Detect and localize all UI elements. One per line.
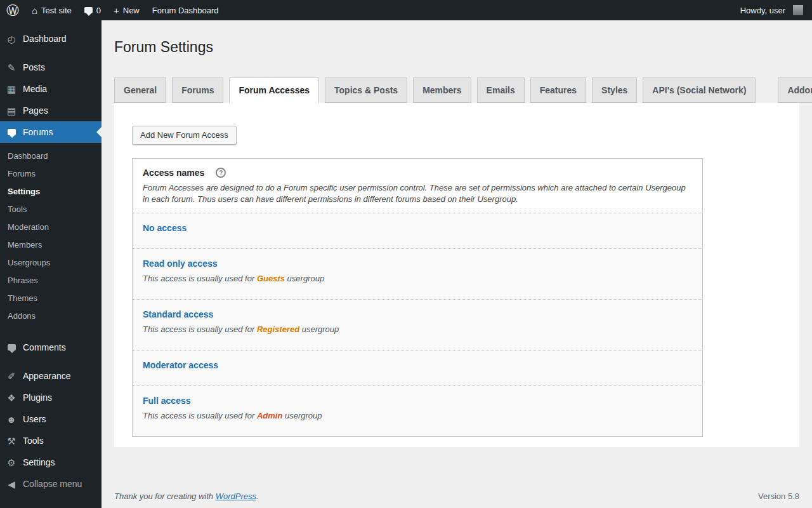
admin-sidebar: ◴ Dashboard ✎ Posts ▦ Media ▤ Pages Foru…	[0, 20, 102, 508]
access-row-standard: Standard access This access is usually u…	[133, 299, 702, 350]
sidebar-item-label: Tools	[23, 436, 44, 446]
menu-separator	[0, 330, 102, 337]
submenu-item-members[interactable]: Members	[0, 236, 102, 253]
sidebar-item-label: Collapse menu	[23, 479, 82, 489]
comments-count: 0	[96, 6, 101, 15]
site-name-label: Test site	[41, 6, 72, 15]
sidebar-item-posts[interactable]: ✎ Posts	[0, 57, 102, 78]
sidebar-item-tools[interactable]: ⚒ Tools	[0, 430, 102, 451]
howdy-user-link[interactable]: Howdy, user	[734, 0, 792, 20]
sidebar-item-appearance[interactable]: ✐ Appearance	[0, 365, 102, 387]
access-row-full: Full access This access is usually used …	[133, 385, 702, 436]
settings-icon: ⚙	[5, 458, 18, 467]
desc-prefix: This access is usually used for	[143, 324, 257, 334]
tab-emails[interactable]: Emails	[477, 77, 525, 103]
comments-bubble-icon	[84, 7, 93, 13]
avatar[interactable]	[793, 5, 803, 15]
tab-addons[interactable]: Addons	[778, 77, 812, 103]
tools-icon: ⚒	[5, 436, 18, 446]
new-content-link[interactable]: + New	[107, 0, 146, 20]
sidebar-item-label: Pages	[23, 105, 48, 116]
access-name-link[interactable]: Read only access	[143, 258, 218, 269]
menu-separator	[0, 50, 102, 57]
access-row-description: This access is usually used for Guests u…	[143, 273, 692, 284]
sidebar-item-dashboard[interactable]: ◴ Dashboard	[0, 28, 102, 50]
sidebar-item-media[interactable]: ▦ Media	[0, 78, 102, 100]
help-icon[interactable]: ?	[216, 168, 226, 178]
tab-styles[interactable]: Styles	[592, 77, 637, 103]
sidebar-item-plugins[interactable]: ❖ Plugins	[0, 387, 102, 408]
media-icon: ▦	[5, 84, 18, 94]
access-table: Access names ? Forum Accesses are design…	[132, 158, 703, 437]
usergroup-name: Admin	[257, 411, 282, 420]
sidebar-item-forums[interactable]: Forums	[0, 121, 102, 143]
site-name-link[interactable]: ⌂ Test site	[25, 0, 78, 20]
submenu-item-tools[interactable]: Tools	[0, 200, 102, 218]
forums-icon	[5, 129, 18, 135]
submenu-item-phrases[interactable]: Phrases	[0, 271, 102, 289]
menu-separator	[0, 358, 102, 365]
access-row-read-only: Read only access This access is usually …	[133, 248, 702, 299]
footer-version: Version 5.8	[758, 491, 799, 501]
access-name-link[interactable]: Standard access	[143, 309, 213, 319]
sidebar-item-label: Plugins	[23, 392, 52, 403]
collapse-icon: ◀	[5, 479, 18, 489]
sidebar-item-label: Appearance	[23, 371, 71, 381]
admin-footer: Thank you for creating with WordPress. V…	[114, 491, 799, 508]
speech-bubble-shape	[8, 129, 16, 135]
thanks-prefix: Thank you for creating with	[114, 491, 216, 501]
tab-forum-accesses[interactable]: Forum Accesses	[229, 77, 319, 103]
sidebar-item-settings[interactable]: ⚙ Settings	[0, 451, 102, 473]
sidebar-item-label: Settings	[23, 457, 55, 467]
sidebar-item-comments[interactable]: Comments	[0, 337, 102, 358]
comments-icon	[5, 344, 18, 351]
topbar-right: Howdy, user	[734, 0, 812, 20]
add-new-forum-access-button[interactable]: Add New Forum Access	[132, 126, 237, 145]
sidebar-item-users[interactable]: ☻ Users	[0, 408, 102, 430]
tab-general[interactable]: General	[114, 77, 166, 103]
desc-prefix: This access is usually used for	[143, 411, 257, 420]
submenu-item-moderation[interactable]: Moderation	[0, 218, 102, 236]
access-table-description: Forum Accesses are designed to do a Foru…	[143, 182, 692, 205]
wordpress-link[interactable]: WordPress	[216, 491, 256, 501]
submenu-item-themes[interactable]: Themes	[0, 289, 102, 307]
access-row-no-access: No access	[133, 213, 702, 248]
posts-icon: ✎	[5, 63, 18, 72]
tab-apis[interactable]: API's (Social Network)	[643, 77, 756, 103]
submenu-item-dashboard[interactable]: Dashboard	[0, 147, 102, 164]
tab-forums[interactable]: Forums	[172, 77, 223, 103]
sidebar-item-pages[interactable]: ▤ Pages	[0, 100, 102, 121]
submenu-item-settings[interactable]: Settings	[0, 182, 102, 200]
footer-thanks: Thank you for creating with WordPress.	[114, 491, 259, 501]
access-name-link[interactable]: No access	[143, 223, 187, 233]
page-title: Forum Settings	[114, 38, 799, 57]
tab-features[interactable]: Features	[530, 77, 586, 103]
submenu-item-usergroups[interactable]: Usergroups	[0, 253, 102, 271]
sidebar-item-label: Users	[23, 414, 46, 424]
plus-icon: +	[114, 6, 119, 15]
submenu-item-addons[interactable]: Addons	[0, 307, 102, 324]
submenu-item-forums[interactable]: Forums	[0, 164, 102, 182]
access-name-link[interactable]: Full access	[143, 396, 191, 406]
home-icon: ⌂	[32, 6, 37, 15]
main-content: Forum Settings General Forums Forum Acce…	[102, 38, 812, 508]
tab-topics-posts[interactable]: Topics & Posts	[325, 77, 407, 103]
admin-topbar: Ⓦ ⌂ Test site 0 + New Forum Dashboard Ho…	[0, 0, 812, 20]
new-label: New	[123, 6, 140, 15]
desc-prefix: This access is usually used for	[143, 274, 257, 283]
forums-submenu: Dashboard Forums Settings Tools Moderati…	[0, 143, 102, 330]
comments-topbar-link[interactable]: 0	[78, 0, 107, 20]
tab-members[interactable]: Members	[413, 77, 471, 103]
access-table-header: Access names ? Forum Accesses are design…	[133, 159, 702, 213]
forum-dashboard-link[interactable]: Forum Dashboard	[146, 0, 225, 20]
access-name-link[interactable]: Moderator access	[143, 360, 218, 370]
usergroup-name: Registered	[257, 324, 299, 334]
sidebar-collapse-menu[interactable]: ◀ Collapse menu	[0, 473, 102, 495]
appearance-icon: ✐	[5, 371, 18, 381]
wordpress-logo-icon: Ⓦ	[6, 4, 19, 17]
topbar-left: Ⓦ ⌂ Test site 0 + New Forum Dashboard	[0, 0, 225, 20]
dashboard-icon: ◴	[5, 34, 18, 44]
wordpress-menu-button[interactable]: Ⓦ	[0, 0, 25, 20]
access-row-description: This access is usually used for Register…	[143, 324, 692, 335]
access-table-title-row: Access names ?	[143, 168, 692, 178]
